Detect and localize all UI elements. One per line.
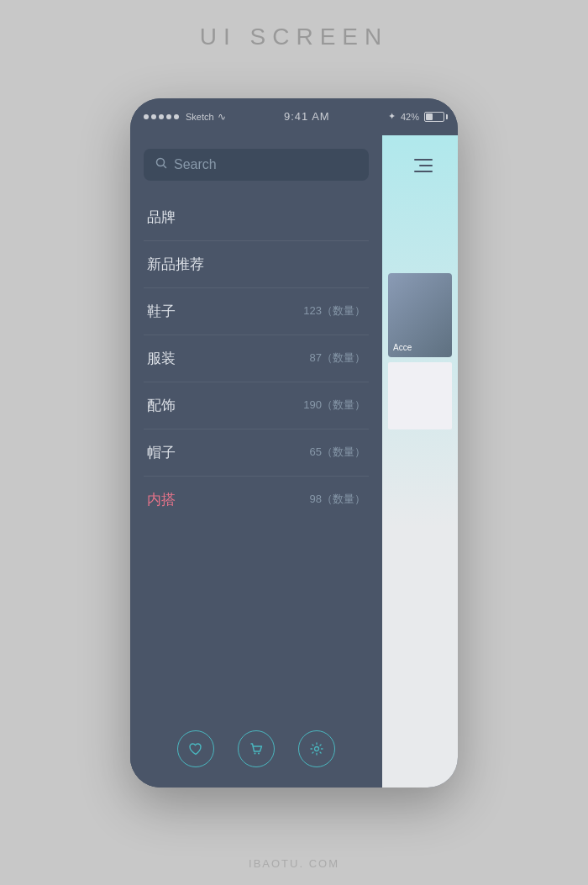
signal-dot	[174, 114, 179, 119]
svg-line-1	[164, 166, 166, 168]
hamburger-icon[interactable]	[407, 159, 433, 172]
status-right: ✦ 42%	[388, 111, 444, 122]
battery-icon	[424, 112, 444, 122]
menu-list: 品牌 新品推荐 鞋子 123（数量） 服装	[130, 187, 382, 717]
signal-dot	[151, 114, 156, 119]
menu-item-label: 新品推荐	[147, 255, 204, 274]
menu-item-label: 服装	[147, 349, 176, 368]
status-left: Sketch ∿	[144, 111, 226, 123]
svg-point-4	[315, 746, 319, 751]
svg-point-3	[258, 752, 260, 754]
signal-dot	[166, 114, 171, 119]
menu-item-label: 鞋子	[147, 302, 176, 321]
tab-favorites[interactable]	[177, 730, 214, 767]
page-title: UI SCREEN	[200, 24, 388, 50]
menu-item-label: 帽子	[147, 443, 176, 462]
product-label: Acce	[393, 343, 412, 352]
menu-item-label: 配饰	[147, 396, 176, 415]
menu-item-hats[interactable]: 帽子 65（数量）	[130, 429, 382, 476]
menu-item-count: 65（数量）	[310, 445, 365, 460]
hamburger-line	[414, 171, 433, 172]
menu-item-count: 87（数量）	[310, 350, 365, 366]
tab-bar	[130, 717, 382, 788]
tab-cart[interactable]	[238, 730, 275, 767]
search-input-placeholder[interactable]: Search	[174, 157, 217, 172]
left-panel: Search 品牌 新品推荐 鞋子	[130, 135, 382, 788]
search-icon	[155, 157, 167, 171]
main-content: Search 品牌 新品推荐 鞋子	[130, 135, 458, 788]
menu-item-inner[interactable]: 内搭 98（数量）	[130, 477, 382, 523]
search-bar[interactable]: Search	[144, 149, 369, 181]
right-white-block	[388, 362, 452, 429]
bluetooth-icon: ✦	[388, 111, 396, 122]
signal-dots	[144, 114, 179, 119]
menu-item-shoes[interactable]: 鞋子 123（数量）	[130, 288, 382, 335]
svg-point-2	[255, 752, 256, 754]
menu-item-count: 190（数量）	[303, 398, 365, 413]
page-wrapper: UI SCREEN Sketch ∿ 9:41 AM ✦ 42%	[0, 0, 588, 885]
phone-frame: Sketch ∿ 9:41 AM ✦ 42%	[130, 98, 458, 788]
menu-item-brand[interactable]: 品牌	[130, 194, 382, 240]
battery-percent: 42%	[401, 112, 419, 122]
product-image-bg: Acce	[388, 273, 452, 357]
wifi-icon: ∿	[218, 111, 226, 123]
menu-item-new[interactable]: 新品推荐	[130, 241, 382, 287]
hamburger-line	[414, 159, 433, 161]
signal-dot	[159, 114, 164, 119]
bottom-label: IBAOTU. COM	[249, 857, 339, 870]
signal-dot	[144, 114, 149, 119]
menu-item-clothing[interactable]: 服装 87（数量）	[130, 335, 382, 382]
carrier-label: Sketch	[186, 112, 214, 122]
menu-item-count: 98（数量）	[310, 492, 365, 507]
right-panel: Acce	[382, 135, 458, 788]
hamburger-line	[419, 165, 433, 166]
menu-item-label: 品牌	[147, 208, 176, 227]
menu-item-label-highlight: 内搭	[147, 490, 176, 509]
menu-item-accessories[interactable]: 配饰 190（数量）	[130, 382, 382, 429]
tab-settings[interactable]	[298, 730, 335, 767]
menu-item-count: 123（数量）	[303, 303, 365, 319]
status-time: 9:41 AM	[284, 110, 330, 123]
battery-fill	[426, 113, 433, 120]
product-image: Acce	[388, 273, 452, 357]
status-bar: Sketch ∿ 9:41 AM ✦ 42%	[130, 98, 458, 135]
